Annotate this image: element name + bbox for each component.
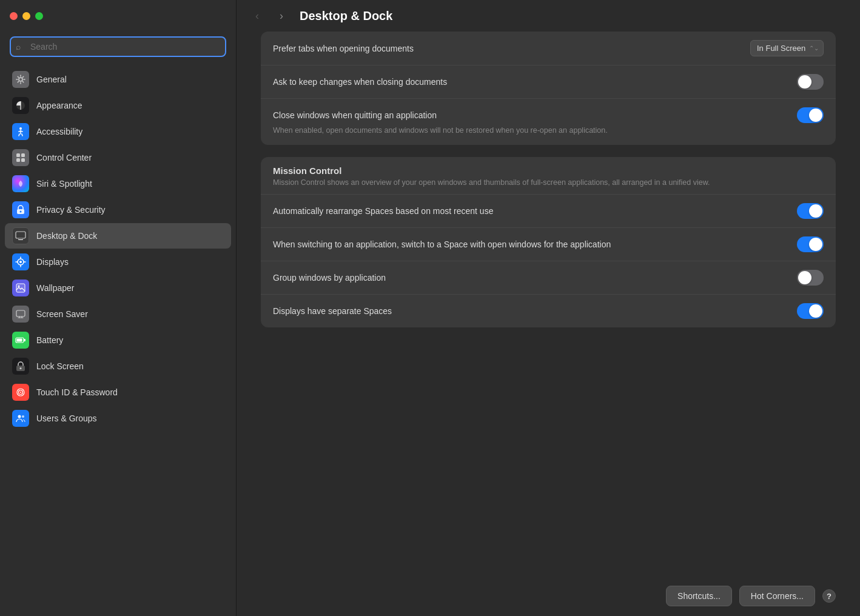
hot-corners-button[interactable]: Hot Corners... [739, 586, 815, 606]
close-button[interactable] [10, 12, 18, 20]
sidebar: ⌕ General Appearance Accessibility [0, 0, 237, 616]
close-windows-desc: When enabled, open documents and windows… [273, 126, 608, 136]
prefer-tabs-right: In Full Screen Always Never ⌃⌄ [750, 40, 824, 56]
desktop-label: Desktop & Dock [36, 231, 97, 241]
svg-point-8 [20, 211, 22, 213]
control-center-icon [12, 149, 29, 166]
svg-point-25 [22, 415, 24, 418]
displays-icon [12, 253, 29, 270]
prefer-tabs-select[interactable]: In Full Screen Always Never [750, 40, 824, 56]
separate-spaces-knob [809, 304, 822, 318]
shortcuts-button[interactable]: Shortcuts... [666, 586, 732, 606]
battery-label: Battery [36, 335, 63, 345]
sidebar-item-touchid[interactable]: Touch ID & Password [5, 380, 231, 405]
svg-point-20 [20, 367, 22, 369]
auto-rearrange-toggle[interactable] [797, 203, 824, 219]
svg-rect-6 [21, 158, 25, 162]
sidebar-item-privacy[interactable]: Privacy & Security [5, 197, 231, 223]
appearance-label: Appearance [36, 101, 82, 110]
bottom-bar: Shortcuts... Hot Corners... ? [237, 576, 860, 616]
close-windows-row: Close windows when quitting an applicati… [261, 99, 836, 145]
main-content: ‹ › Desktop & Dock Prefer tabs when open… [237, 0, 860, 616]
prefer-tabs-label: Prefer tabs when opening documents [273, 44, 414, 53]
sidebar-item-users[interactable]: Users & Groups [5, 406, 231, 431]
ask-keep-label: Ask to keep changes when closing documen… [273, 77, 447, 87]
maximize-button[interactable] [35, 12, 43, 20]
general-label: General [36, 75, 67, 84]
switch-space-row: When switching to an application, switch… [261, 228, 836, 261]
sidebar-item-desktop[interactable]: Desktop & Dock [5, 223, 231, 249]
sidebar-item-siri[interactable]: Siri & Spotlight [5, 171, 231, 196]
titlebar [0, 0, 236, 32]
group-windows-toggle[interactable] [797, 270, 824, 286]
mission-control-card: Mission Control Mission Control shows an… [261, 157, 836, 328]
svg-point-24 [18, 415, 21, 418]
minimize-button[interactable] [22, 12, 30, 20]
separate-spaces-toggle[interactable] [797, 303, 824, 319]
svg-point-2 [19, 127, 22, 130]
sidebar-item-control-center[interactable]: Control Center [5, 145, 231, 170]
appearance-icon [12, 97, 29, 114]
content-area: Prefer tabs when opening documents In Fu… [237, 32, 860, 576]
touchid-icon [12, 384, 29, 401]
mission-control-desc: Mission Control shows an overview of you… [273, 178, 824, 189]
sidebar-item-lockscreen[interactable]: Lock Screen [5, 353, 231, 379]
switch-space-toggle[interactable] [797, 236, 824, 252]
sidebar-item-wallpaper[interactable]: Wallpaper [5, 275, 231, 301]
help-button[interactable]: ? [822, 589, 836, 603]
accessibility-icon [12, 123, 29, 140]
svg-point-14 [18, 286, 20, 287]
general-icon [12, 71, 29, 88]
sidebar-item-battery[interactable]: Battery [5, 327, 231, 353]
siri-label: Siri & Spotlight [36, 179, 92, 189]
close-windows-toggle[interactable] [797, 107, 824, 123]
mission-control-header: Mission Control Mission Control shows an… [261, 157, 836, 195]
ask-keep-toggle-knob [798, 75, 811, 89]
ask-keep-right [797, 74, 824, 90]
switch-space-label: When switching to an application, switch… [273, 239, 611, 249]
svg-point-23 [20, 392, 21, 393]
separate-spaces-label: Displays have separate Spaces [273, 306, 392, 316]
switch-space-knob [809, 238, 822, 251]
back-button[interactable]: ‹ [249, 7, 266, 24]
accessibility-label: Accessibility [36, 127, 82, 136]
close-windows-top: Close windows when quitting an applicati… [273, 107, 824, 123]
search-wrapper: ⌕ [10, 36, 226, 57]
wallpaper-label: Wallpaper [36, 283, 75, 293]
sidebar-item-displays[interactable]: Displays [5, 249, 231, 275]
group-windows-row: Group windows by application [261, 261, 836, 295]
displays-label: Displays [36, 257, 69, 267]
svg-rect-18 [17, 339, 22, 342]
sidebar-item-accessibility[interactable]: Accessibility [5, 119, 231, 144]
auto-rearrange-label: Automatically rearrange Spaces based on … [273, 206, 493, 216]
svg-rect-4 [21, 153, 25, 157]
sidebar-item-screensaver[interactable]: Screen Saver [5, 301, 231, 327]
battery-icon [12, 332, 29, 349]
svg-point-13 [19, 261, 22, 263]
svg-rect-11 [19, 238, 22, 239]
separate-spaces-row: Displays have separate Spaces [261, 295, 836, 327]
screensaver-label: Screen Saver [36, 309, 88, 319]
lockscreen-icon [12, 358, 29, 375]
lockscreen-label: Lock Screen [36, 361, 84, 371]
desktop-icon [12, 227, 29, 244]
sidebar-item-appearance[interactable]: Appearance [5, 93, 231, 118]
group-windows-label: Group windows by application [273, 273, 386, 283]
forward-button[interactable]: › [273, 7, 290, 24]
search-input[interactable] [10, 36, 226, 57]
ask-keep-toggle[interactable] [797, 74, 824, 90]
sidebar-nav: General Appearance Accessibility Control… [0, 64, 236, 616]
sidebar-item-general[interactable]: General [5, 67, 231, 92]
prefer-tabs-select-wrapper: In Full Screen Always Never ⌃⌄ [750, 40, 824, 56]
svg-rect-15 [16, 310, 25, 316]
svg-rect-17 [24, 339, 25, 341]
touchid-label: Touch ID & Password [36, 387, 118, 397]
privacy-label: Privacy & Security [36, 205, 106, 215]
search-container: ⌕ [0, 32, 236, 64]
main-header: ‹ › Desktop & Dock [237, 0, 860, 32]
control-center-label: Control Center [36, 153, 92, 162]
mission-control-title: Mission Control [273, 166, 824, 176]
wallpaper-icon [12, 280, 29, 296]
svg-rect-3 [16, 153, 20, 157]
close-windows-label: Close windows when quitting an applicati… [273, 110, 437, 120]
